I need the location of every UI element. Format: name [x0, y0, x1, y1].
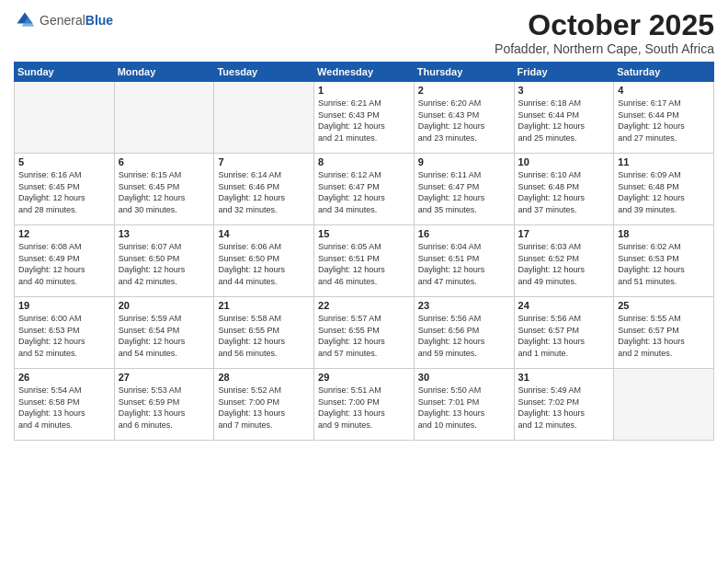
day-number: 6 — [119, 156, 210, 167]
table-row: 24Sunrise: 5:56 AM Sunset: 6:57 PM Dayli… — [514, 297, 614, 369]
table-row: 9Sunrise: 6:11 AM Sunset: 6:47 PM Daylig… — [414, 154, 514, 225]
table-row: 17Sunrise: 6:03 AM Sunset: 6:52 PM Dayli… — [514, 225, 614, 297]
logo: GeneralBlue — [14, 9, 113, 31]
day-number: 29 — [318, 372, 410, 383]
day-number: 7 — [218, 156, 310, 167]
table-row — [214, 82, 314, 154]
day-info: Sunrise: 6:05 AM Sunset: 6:51 PM Dayligh… — [318, 241, 410, 287]
table-row: 10Sunrise: 6:10 AM Sunset: 6:48 PM Dayli… — [514, 154, 614, 225]
table-row: 26Sunrise: 5:54 AM Sunset: 6:58 PM Dayli… — [15, 369, 115, 441]
week-row-0: 1Sunrise: 6:21 AM Sunset: 6:43 PM Daylig… — [15, 82, 714, 154]
table-row: 31Sunrise: 5:49 AM Sunset: 7:02 PM Dayli… — [514, 369, 614, 441]
day-info: Sunrise: 6:12 AM Sunset: 6:47 PM Dayligh… — [318, 169, 410, 215]
day-info: Sunrise: 6:14 AM Sunset: 6:46 PM Dayligh… — [218, 169, 310, 215]
day-info: Sunrise: 6:18 AM Sunset: 6:44 PM Dayligh… — [518, 98, 610, 144]
header-friday: Friday — [514, 63, 614, 82]
day-info: Sunrise: 5:55 AM Sunset: 6:57 PM Dayligh… — [618, 313, 710, 359]
day-info: Sunrise: 5:59 AM Sunset: 6:54 PM Dayligh… — [119, 313, 210, 359]
logo-blue: Blue — [85, 13, 113, 28]
table-row: 30Sunrise: 5:50 AM Sunset: 7:01 PM Dayli… — [414, 369, 514, 441]
header: GeneralBlue October 2025 Pofadder, North… — [14, 9, 714, 56]
day-number: 30 — [418, 372, 510, 383]
table-row — [114, 82, 214, 154]
day-info: Sunrise: 5:51 AM Sunset: 7:00 PM Dayligh… — [318, 385, 410, 431]
table-row: 23Sunrise: 5:56 AM Sunset: 6:56 PM Dayli… — [414, 297, 514, 369]
day-number: 12 — [18, 228, 110, 239]
header-saturday: Saturday — [614, 63, 714, 82]
day-info: Sunrise: 6:11 AM Sunset: 6:47 PM Dayligh… — [418, 169, 510, 215]
week-row-4: 26Sunrise: 5:54 AM Sunset: 6:58 PM Dayli… — [15, 369, 714, 441]
table-row: 5Sunrise: 6:16 AM Sunset: 6:45 PM Daylig… — [15, 154, 115, 225]
day-info: Sunrise: 6:02 AM Sunset: 6:53 PM Dayligh… — [618, 241, 710, 287]
logo-text: GeneralBlue — [40, 13, 113, 29]
day-number: 10 — [518, 156, 610, 167]
day-number: 1 — [318, 85, 410, 96]
day-info: Sunrise: 5:54 AM Sunset: 6:58 PM Dayligh… — [18, 385, 110, 431]
day-number: 3 — [518, 85, 610, 96]
day-info: Sunrise: 5:58 AM Sunset: 6:55 PM Dayligh… — [218, 313, 310, 359]
day-number: 23 — [418, 300, 510, 311]
table-row: 16Sunrise: 6:04 AM Sunset: 6:51 PM Dayli… — [414, 225, 514, 297]
table-row: 3Sunrise: 6:18 AM Sunset: 6:44 PM Daylig… — [514, 82, 614, 154]
day-info: Sunrise: 5:53 AM Sunset: 6:59 PM Dayligh… — [119, 385, 210, 431]
day-info: Sunrise: 6:03 AM Sunset: 6:52 PM Dayligh… — [518, 241, 610, 287]
day-info: Sunrise: 6:10 AM Sunset: 6:48 PM Dayligh… — [518, 169, 610, 215]
day-info: Sunrise: 6:21 AM Sunset: 6:43 PM Dayligh… — [318, 98, 410, 144]
header-wednesday: Wednesday — [314, 63, 415, 82]
table-row: 22Sunrise: 5:57 AM Sunset: 6:55 PM Dayli… — [314, 297, 415, 369]
day-number: 21 — [218, 300, 310, 311]
day-number: 14 — [218, 228, 310, 239]
day-info: Sunrise: 6:09 AM Sunset: 6:48 PM Dayligh… — [618, 169, 710, 215]
day-info: Sunrise: 6:00 AM Sunset: 6:53 PM Dayligh… — [18, 313, 110, 359]
header-monday: Monday — [114, 63, 214, 82]
day-info: Sunrise: 6:16 AM Sunset: 6:45 PM Dayligh… — [18, 169, 110, 215]
day-info: Sunrise: 6:06 AM Sunset: 6:50 PM Dayligh… — [218, 241, 310, 287]
table-row: 8Sunrise: 6:12 AM Sunset: 6:47 PM Daylig… — [314, 154, 415, 225]
table-row: 14Sunrise: 6:06 AM Sunset: 6:50 PM Dayli… — [214, 225, 314, 297]
day-number: 17 — [518, 228, 610, 239]
table-row: 4Sunrise: 6:17 AM Sunset: 6:44 PM Daylig… — [614, 82, 714, 154]
week-row-1: 5Sunrise: 6:16 AM Sunset: 6:45 PM Daylig… — [15, 154, 714, 225]
month-title: October 2025 — [495, 9, 714, 41]
day-info: Sunrise: 6:20 AM Sunset: 6:43 PM Dayligh… — [418, 98, 510, 144]
day-number: 5 — [18, 156, 110, 167]
day-number: 2 — [418, 85, 510, 96]
location: Pofadder, Northern Cape, South Africa — [495, 41, 714, 56]
table-row: 29Sunrise: 5:51 AM Sunset: 7:00 PM Dayli… — [314, 369, 415, 441]
day-number: 13 — [119, 228, 210, 239]
day-info: Sunrise: 5:57 AM Sunset: 6:55 PM Dayligh… — [318, 313, 410, 359]
day-number: 20 — [119, 300, 210, 311]
table-row: 12Sunrise: 6:08 AM Sunset: 6:49 PM Dayli… — [15, 225, 115, 297]
table-row: 28Sunrise: 5:52 AM Sunset: 7:00 PM Dayli… — [214, 369, 314, 441]
day-number: 15 — [318, 228, 410, 239]
day-number: 31 — [518, 372, 610, 383]
day-number: 27 — [119, 372, 210, 383]
table-row: 13Sunrise: 6:07 AM Sunset: 6:50 PM Dayli… — [114, 225, 214, 297]
logo-general: General — [40, 13, 85, 28]
day-number: 25 — [618, 300, 710, 311]
week-row-2: 12Sunrise: 6:08 AM Sunset: 6:49 PM Dayli… — [15, 225, 714, 297]
day-info: Sunrise: 6:07 AM Sunset: 6:50 PM Dayligh… — [119, 241, 210, 287]
day-number: 18 — [618, 228, 710, 239]
table-row: 15Sunrise: 6:05 AM Sunset: 6:51 PM Dayli… — [314, 225, 415, 297]
day-info: Sunrise: 5:52 AM Sunset: 7:00 PM Dayligh… — [218, 385, 310, 431]
day-info: Sunrise: 5:50 AM Sunset: 7:01 PM Dayligh… — [418, 385, 510, 431]
day-number: 28 — [218, 372, 310, 383]
day-number: 9 — [418, 156, 510, 167]
day-info: Sunrise: 5:49 AM Sunset: 7:02 PM Dayligh… — [518, 385, 610, 431]
day-info: Sunrise: 6:08 AM Sunset: 6:49 PM Dayligh… — [18, 241, 110, 287]
table-row: 2Sunrise: 6:20 AM Sunset: 6:43 PM Daylig… — [414, 82, 514, 154]
header-tuesday: Tuesday — [214, 63, 314, 82]
day-number: 24 — [518, 300, 610, 311]
day-number: 19 — [18, 300, 110, 311]
header-sunday: Sunday — [15, 63, 115, 82]
day-number: 16 — [418, 228, 510, 239]
table-row: 20Sunrise: 5:59 AM Sunset: 6:54 PM Dayli… — [114, 297, 214, 369]
table-row: 18Sunrise: 6:02 AM Sunset: 6:53 PM Dayli… — [614, 225, 714, 297]
day-number: 8 — [318, 156, 410, 167]
header-thursday: Thursday — [414, 63, 514, 82]
table-row: 21Sunrise: 5:58 AM Sunset: 6:55 PM Dayli… — [214, 297, 314, 369]
day-number: 22 — [318, 300, 410, 311]
table-row: 25Sunrise: 5:55 AM Sunset: 6:57 PM Dayli… — [614, 297, 714, 369]
week-row-3: 19Sunrise: 6:00 AM Sunset: 6:53 PM Dayli… — [15, 297, 714, 369]
